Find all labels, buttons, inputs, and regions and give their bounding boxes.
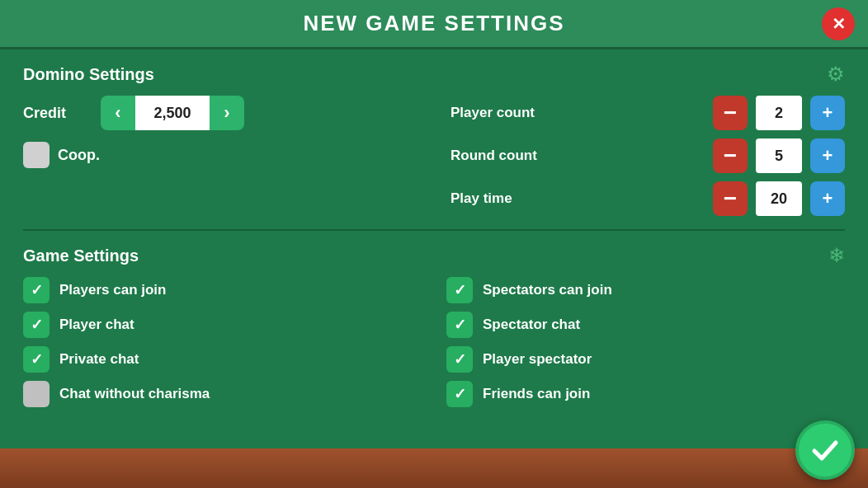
spectator-chat-label: Spectator chat [483,317,580,333]
toggle-player-chat: ✓ Player chat [23,312,422,338]
player-count-label: Player count [451,105,705,121]
game-section-title: Game Settings [23,246,139,265]
credit-value: 2,500 [135,96,210,130]
player-spectator-checkbox[interactable]: ✓ [446,346,473,373]
round-count-increase-button[interactable]: + [810,138,845,173]
toggle-friends-can-join: ✓ Friends can join [446,381,845,407]
domino-right-col: Player count − 2 + Round count − 5 + Pla… [451,96,845,216]
round-count-label: Round count [451,148,705,164]
play-time-label: Play time [451,190,705,207]
players-can-join-label: Players can join [59,282,166,298]
domino-section-title: Domino Settings [23,65,154,84]
credit-controls: ‹ 2,500 › [101,96,244,130]
player-chat-checkbox[interactable]: ✓ [23,312,50,338]
spectators-can-join-label: Spectators can join [483,282,612,298]
domino-left-col: Credit ‹ 2,500 › Coop. [23,96,417,168]
private-chat-checkbox[interactable]: ✓ [23,346,50,373]
main-content: Domino Settings ⚙ Credit ‹ 2,500 › Coop. [0,49,868,448]
checkmark-icon [809,434,841,466]
game-section-header: Game Settings ❄ [23,244,845,267]
player-chat-label: Player chat [59,317,134,333]
toggle-private-chat: ✓ Private chat [23,346,422,373]
domino-gear-icon[interactable]: ⚙ [827,63,845,86]
play-time-increase-button[interactable]: + [810,181,845,216]
section-divider [23,229,845,231]
play-time-value: 20 [756,181,802,216]
confirm-button[interactable] [795,420,855,480]
toggle-spectator-chat: ✓ Spectator chat [446,312,845,338]
players-can-join-checkbox[interactable]: ✓ [23,277,50,303]
credit-increase-button[interactable]: › [210,96,244,130]
close-button[interactable]: ✕ [822,7,855,40]
credit-label: Credit [23,105,89,122]
domino-settings-section: Domino Settings ⚙ Credit ‹ 2,500 › Coop. [23,63,845,216]
play-time-row: Play time − 20 + [451,181,845,216]
chat-without-charisma-checkbox[interactable] [23,381,50,407]
credit-decrease-button[interactable]: ‹ [101,96,135,130]
friends-can-join-label: Friends can join [483,386,590,402]
play-time-decrease-button[interactable]: − [713,181,748,216]
toggle-players-can-join: ✓ Players can join [23,277,422,303]
credit-row: Credit ‹ 2,500 › [23,96,417,130]
player-count-increase-button[interactable]: + [810,96,845,130]
game-gear-icon[interactable]: ❄ [828,244,845,267]
friends-can-join-checkbox[interactable]: ✓ [446,381,473,407]
round-count-value: 5 [756,138,802,173]
domino-settings-row: Credit ‹ 2,500 › Coop. Player count − [23,96,845,216]
private-chat-label: Private chat [59,351,139,368]
coop-row: Coop. [23,142,417,168]
chat-without-charisma-label: Chat without charisma [59,386,210,402]
player-count-row: Player count − 2 + [451,96,845,130]
game-settings-grid: ✓ Players can join ✓ Spectators can join… [23,277,845,407]
player-spectator-label: Player spectator [483,351,592,368]
game-settings-section: Game Settings ❄ ✓ Players can join ✓ Spe… [23,244,845,407]
toggle-player-spectator: ✓ Player spectator [446,346,845,373]
footer [0,448,868,488]
round-count-row: Round count − 5 + [451,138,845,173]
spectators-can-join-checkbox[interactable]: ✓ [446,277,473,303]
coop-checkbox[interactable] [23,142,50,168]
player-count-decrease-button[interactable]: − [713,96,748,130]
dialog-title: NEW GAME SETTINGS [303,11,564,36]
toggle-chat-without-charisma: Chat without charisma [23,381,422,407]
dialog-header: NEW GAME SETTINGS ✕ [0,0,868,49]
coop-label: Coop. [58,147,100,164]
toggle-spectators-can-join: ✓ Spectators can join [446,277,845,303]
player-count-value: 2 [756,96,802,130]
round-count-decrease-button[interactable]: − [713,138,748,173]
spectator-chat-checkbox[interactable]: ✓ [446,312,473,338]
domino-section-header: Domino Settings ⚙ [23,63,845,86]
